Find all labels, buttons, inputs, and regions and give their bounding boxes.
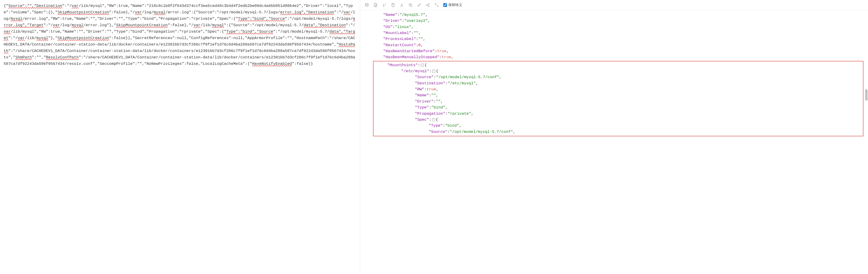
raw-text-fragment: var (135, 10, 142, 14)
json-token-punc: : (443, 123, 445, 128)
raw-text-fragment: ":false}} (292, 62, 313, 66)
expand-icon[interactable] (435, 3, 439, 7)
raw-text-fragment: mysql (36, 36, 48, 40)
json-line: "HasBeenStartedBefore":true, (369, 48, 868, 54)
json-token-key: "MountLabel" (383, 31, 411, 35)
raw-text-fragment: ResolvConfPath (46, 55, 79, 60)
json-line: "Driver":"", (373, 99, 863, 104)
json-token-str: "/mysql5.7" (400, 13, 425, 17)
raw-text-fragment: /lib/ (25, 36, 36, 40)
raw-text-fragment: ":""," (32, 55, 46, 60)
share-icon[interactable] (426, 3, 430, 7)
collapse-toggle[interactable]: − (421, 64, 424, 67)
json-token-key: "Name" (383, 13, 397, 17)
json-line: "Destination":"/etc/mysql", (373, 81, 863, 86)
raw-json-pane[interactable]: {"Source":"","Destination":"/var/lib/mys… (0, 0, 360, 274)
json-token-punc: , (428, 19, 430, 23)
svg-point-4 (429, 6, 430, 7)
json-tree-view[interactable]: "Name":"/mysql5.7","Driver":"overlay2","… (360, 10, 868, 274)
keep-escape-label: 保留转义 (448, 3, 462, 7)
raw-text-fragment: ":"/opt/model/mysql-5.7/ (273, 29, 330, 34)
json-token-punc: : (429, 93, 431, 97)
raw-text-fragment: ":"/ (8, 36, 18, 40)
json-token-punc: , (441, 99, 443, 104)
raw-text-fragment: ShmPath (16, 55, 32, 60)
json-token-punc: , (451, 55, 454, 59)
keep-escape-input[interactable] (443, 3, 447, 7)
json-line: "Spec":−{ (373, 117, 863, 123)
raw-text-fragment: SkipMountpointCreation (58, 36, 109, 40)
json-token-punc: : (397, 13, 400, 17)
json-token-punc: , (421, 43, 423, 48)
trash-icon[interactable] (391, 3, 395, 7)
raw-text-fragment: mysql (11, 17, 23, 21)
json-token-punc: : (393, 25, 395, 29)
raw-text-fragment: ":"/ (346, 23, 355, 27)
json-token-str: "bind" (445, 123, 459, 128)
json-token-punc: , (476, 81, 478, 86)
raw-text-fragment: /error.log":{"Source":"/opt/model/mysql-… (165, 10, 280, 14)
json-line: "ProcessLabel":"", (369, 36, 868, 42)
svg-point-0 (366, 3, 368, 4)
json-line: "Source":"/opt/model/mysql-5.7/conf", (373, 74, 863, 80)
json-token-punc: , (418, 31, 421, 35)
json-token-str: "linux" (395, 25, 411, 29)
json-token-punc: , (436, 93, 438, 97)
json-token-key: "Driver" (415, 99, 434, 104)
json-line: "Source":"/opt/model/mysql-5.7/conf", (373, 129, 863, 135)
svg-rect-1 (410, 4, 412, 6)
json-token-punc: : (434, 75, 436, 79)
json-token-punc: : (429, 69, 432, 73)
json-token-str: "" (431, 93, 436, 97)
json-token-punc: { (425, 63, 427, 67)
json-token-punc: : (434, 99, 436, 104)
database-icon[interactable] (365, 3, 369, 7)
json-token-key: "Name" (415, 93, 429, 97)
raw-text-fragment: ":"/opt/model/mysql-5.7/logs/ (285, 17, 353, 21)
json-token-punc: , (513, 130, 516, 134)
raw-text-fragment: /log/ (60, 23, 72, 27)
json-token-punc: : (445, 112, 448, 116)
json-token-punc: , (446, 49, 449, 53)
json-line: "MountPoints":−{ (373, 62, 863, 68)
raw-text-fragment: HaveNotifyEnabled (252, 62, 292, 66)
collapse-icon[interactable] (417, 3, 421, 7)
json-line: "Propagation":"rprivate", (373, 111, 863, 117)
json-token-punc: : (402, 19, 404, 23)
json-token-bool: true (437, 49, 446, 53)
json-token-key: "ProcessLabel" (383, 37, 416, 41)
json-token-punc: : (429, 105, 431, 110)
raw-text-fragment: var (18, 36, 25, 40)
json-line: "Name":"/mysql5.7", (369, 12, 868, 18)
collapse-toggle[interactable]: − (432, 118, 435, 121)
scrollbar-thumb[interactable] (865, 89, 868, 101)
json-token-str: "/etc/mysql" (448, 81, 476, 86)
raw-text-fragment: /lib/mysql","RW":true,"Name":"","Driver"… (11, 29, 226, 34)
json-token-punc: , (425, 13, 428, 17)
json-line: "/etc/mysql":−{ (373, 68, 863, 74)
json-token-num: 0 (418, 43, 421, 48)
raw-text-fragment: /lib/ (200, 23, 212, 27)
raw-text-fragment: Type":"bind","Source (238, 17, 285, 21)
json-token-str: "overlay2" (404, 19, 428, 23)
download-icon[interactable] (400, 3, 404, 7)
json-token-key: "Source" (429, 130, 447, 134)
collapse-toggle[interactable]: − (432, 70, 435, 73)
sort-icon[interactable] (382, 3, 386, 7)
json-token-bool: true (427, 87, 436, 91)
raw-text-fragment: mysql (212, 23, 224, 27)
json-token-punc: , (471, 112, 473, 116)
keep-escape-checkbox[interactable]: 保留转义 (443, 3, 462, 7)
json-token-key: "Spec" (415, 118, 429, 122)
raw-text-fragment: ":{"Source":"/opt/model/mysql-5.7/ (224, 23, 304, 27)
json-token-punc: : (424, 87, 427, 91)
file-close-icon[interactable] (373, 3, 378, 7)
json-token-punc: : (429, 118, 431, 122)
json-token-punc: : (416, 43, 418, 48)
json-token-punc: , (459, 123, 461, 128)
json-token-str: "rprivate" (448, 112, 471, 116)
raw-text-fragment: ":false},"/ (109, 10, 135, 14)
copy-icon[interactable] (408, 3, 412, 7)
json-line: "Name":"", (373, 92, 863, 98)
raw-text-fragment: SkipMountpointCreation (116, 23, 168, 27)
